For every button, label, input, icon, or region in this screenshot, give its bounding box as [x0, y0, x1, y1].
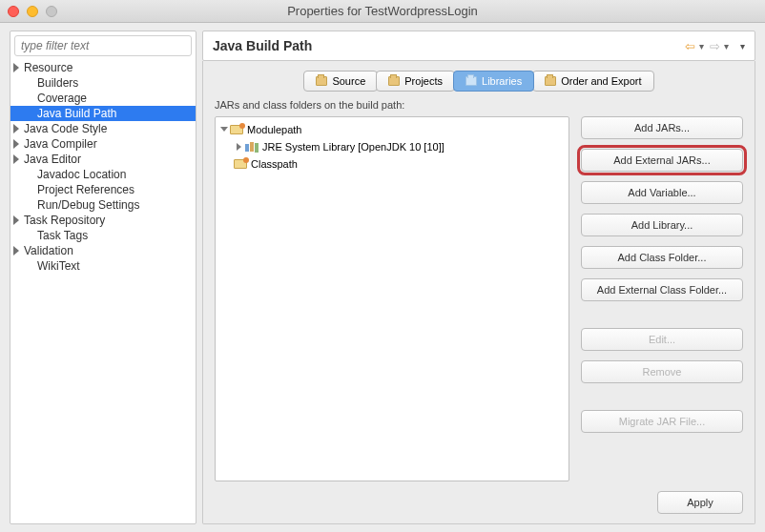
sidebar-item-java-code-style[interactable]: Java Code Style [10, 121, 196, 136]
disclosure-icon[interactable] [13, 154, 19, 164]
sidebar-item-label: Task Repository [24, 214, 105, 227]
tree-node-jre[interactable]: JRE System Library [OpenJDK 10 [10]] [216, 138, 569, 155]
tree-label: JRE System Library [OpenJDK 10 [10]] [262, 141, 445, 153]
sidebar-item-task-tags[interactable]: Task Tags [10, 228, 196, 243]
page-title: Java Build Path [213, 38, 312, 53]
add-jars-button[interactable]: Add JARs... [581, 116, 743, 139]
apply-button[interactable]: Apply [657, 491, 743, 514]
sidebar-item-java-editor[interactable]: Java Editor [10, 152, 196, 167]
forward-menu-icon: ▾ [724, 41, 729, 51]
tab-order-and-export[interactable]: Order and Export [532, 71, 653, 92]
back-icon[interactable]: ⇦ [685, 39, 695, 53]
panel-subtitle: JARs and class folders on the build path… [215, 99, 743, 111]
sidebar-item-label: Java Editor [24, 153, 81, 166]
sidebar-item-coverage[interactable]: Coverage [10, 91, 196, 106]
sidebar-item-label: Javadoc Location [37, 168, 126, 181]
filter-field-wrap [14, 35, 192, 56]
migrate-jar-button: Migrate JAR File... [581, 410, 743, 433]
sidebar-item-project-references[interactable]: Project References [10, 182, 196, 197]
sidebar-item-resource[interactable]: Resource [10, 60, 196, 75]
sidebar-item-label: Coverage [37, 92, 87, 105]
tab-libraries[interactable]: Libraries [453, 71, 534, 92]
sidebar-item-label: WikiText [37, 259, 80, 273]
tree-node-modulepath[interactable]: Modulepath [216, 121, 569, 138]
add-external-class-folder-button[interactable]: Add External Class Folder... [581, 278, 743, 301]
classpath-icon [234, 159, 247, 169]
tab-label: Order and Export [561, 75, 641, 87]
sidebar: ResourceBuildersCoverageJava Build PathJ… [10, 31, 196, 524]
sidebar-item-validation[interactable]: Validation [10, 243, 196, 258]
sidebar-item-java-compiler[interactable]: Java Compiler [10, 136, 196, 152]
tab-label: Libraries [482, 75, 522, 87]
disclosure-icon[interactable] [13, 246, 19, 256]
forward-icon: ⇨ [710, 39, 720, 53]
edit-button: Edit... [581, 328, 743, 351]
sidebar-tree: ResourceBuildersCoverageJava Build PathJ… [10, 60, 196, 523]
modulepath-icon [230, 125, 243, 134]
tab-projects[interactable]: Projects [376, 71, 455, 92]
sidebar-item-label: Task Tags [37, 229, 88, 242]
folder-icon [316, 76, 327, 86]
header-nav: ⇦▾ ⇨▾ ▾ [685, 39, 745, 53]
disclosure-open-icon[interactable] [220, 127, 228, 132]
add-external-jars-button[interactable]: Add External JARs... [581, 149, 743, 172]
folder-icon [465, 76, 477, 86]
add-variable-button[interactable]: Add Variable... [581, 181, 743, 204]
sidebar-item-label: Java Build Path [37, 107, 116, 120]
disclosure-icon[interactable] [13, 124, 19, 133]
sidebar-item-task-repository[interactable]: Task Repository [10, 213, 196, 228]
tree-label: Classpath [251, 158, 298, 170]
content-area: Java Build Path ⇦▾ ⇨▾ ▾ SourceProjectsLi… [202, 31, 755, 524]
tree-node-classpath[interactable]: Classpath [216, 155, 569, 173]
tab-label: Source [332, 75, 365, 87]
sidebar-item-label: Java Compiler [24, 137, 97, 151]
add-class-folder-button[interactable]: Add Class Folder... [581, 246, 743, 269]
panel: SourceProjectsLibrariesOrder and Export … [202, 61, 755, 524]
sidebar-item-builders[interactable]: Builders [10, 75, 196, 91]
titlebar: Properties for TestWordpressLogin [0, 0, 765, 23]
tab-label: Projects [404, 75, 443, 87]
sidebar-item-javadoc-location[interactable]: Javadoc Location [10, 167, 196, 182]
build-path-tree[interactable]: Modulepath JRE System Library [OpenJDK 1… [215, 116, 569, 481]
button-column: Add JARs... Add External JARs... Add Var… [581, 116, 743, 481]
sidebar-item-wikitext[interactable]: WikiText [10, 258, 196, 274]
view-menu-icon[interactable]: ▾ [740, 41, 745, 51]
disclosure-icon[interactable] [13, 215, 19, 225]
library-icon [245, 142, 258, 152]
sidebar-item-label: Project References [37, 183, 134, 196]
tabs: SourceProjectsLibrariesOrder and Export [215, 71, 743, 92]
disclosure-closed-icon[interactable] [237, 143, 241, 151]
sidebar-item-label: Run/Debug Settings [37, 198, 139, 212]
sidebar-item-label: Validation [24, 244, 73, 257]
sidebar-item-label: Builders [37, 76, 78, 90]
sidebar-item-run-debug-settings[interactable]: Run/Debug Settings [10, 197, 196, 213]
sidebar-item-java-build-path[interactable]: Java Build Path [10, 106, 196, 121]
sidebar-item-label: Resource [24, 61, 72, 74]
page-header: Java Build Path ⇦▾ ⇨▾ ▾ [202, 31, 755, 61]
folder-icon [388, 76, 400, 86]
window-title: Properties for TestWordpressLogin [0, 4, 765, 18]
remove-button: Remove [581, 360, 743, 383]
back-menu-icon[interactable]: ▾ [699, 41, 704, 51]
folder-icon [545, 76, 556, 86]
sidebar-item-label: Java Code Style [24, 122, 107, 135]
disclosure-icon[interactable] [13, 139, 19, 149]
tab-source[interactable]: Source [303, 71, 378, 92]
disclosure-icon[interactable] [13, 63, 19, 72]
filter-input[interactable] [14, 35, 192, 56]
tree-label: Modulepath [247, 124, 302, 135]
add-library-button[interactable]: Add Library... [581, 214, 743, 236]
